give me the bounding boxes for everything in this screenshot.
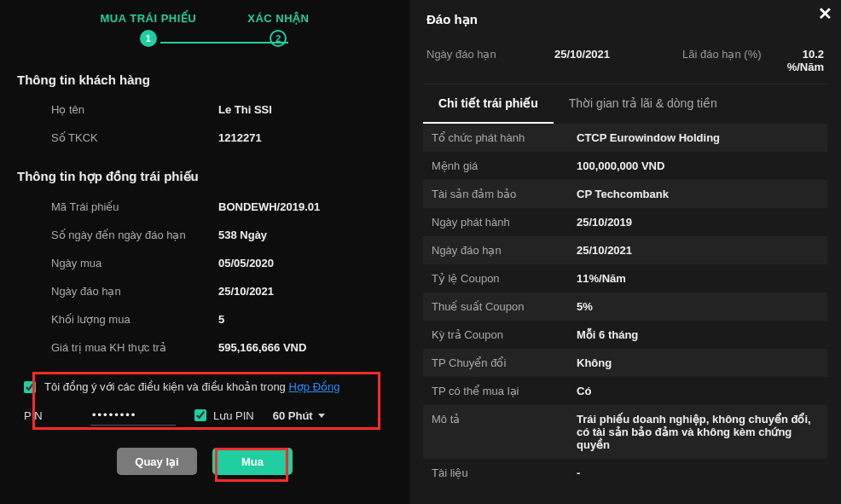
buy-button[interactable]: Mua [212,448,293,475]
tab-bond-details[interactable]: Chi tiết trái phiếu [423,84,554,124]
detail-par: Mệnh giá 100,000,000 VND [423,152,827,180]
row-buy-date: Ngày mua 05/05/2020 [17,249,392,277]
buy-date-label: Ngày mua [51,257,218,269]
detail-maturity-date-label: Ngày đáo hạn [432,244,577,257]
detail-callable-value: Có [577,385,819,397]
contract-link[interactable]: Hợp Đồng [288,380,339,393]
chevron-down-icon [318,414,325,418]
total-price-value: 595,166,666 VND [218,341,306,354]
maturity-summary-row: Ngày đáo hạn 25/10/2021 Lãi đáo hạn (%) … [423,38,827,84]
detail-collateral: Tài sản đảm bảo CP Techcombank [423,180,827,208]
days-to-maturity-value: 538 Ngày [218,229,267,241]
detail-description: Mô tả Trái phiếu doanh nghiệp, không chu… [423,405,827,459]
save-pin-checkbox[interactable] [194,409,206,421]
pin-row: PIN Lưu PIN 60 Phút [24,405,392,426]
right-pane-title: Đáo hạn [423,0,827,38]
bond-details-table: Tổ chức phát hành CTCP Eurowindow Holdin… [423,124,827,487]
detail-collateral-label: Tài sản đảm bảo [432,188,577,200]
detail-maturity-date: Ngày đáo hạn 25/10/2021 [423,236,827,264]
customer-name-value: Le Thi SSI [218,103,272,116]
agreement-row: Tôi đồng ý với các điều kiện và điều kho… [24,380,392,393]
detail-issue-date-label: Ngày phát hành [432,216,577,229]
pin-duration-value: 60 Phút [273,409,313,422]
detail-documents-value: - [577,466,819,479]
customer-name-label: Họ tên [51,103,218,116]
step-1-circle: 1 [140,30,157,47]
agreement-checkbox[interactable] [24,381,36,393]
detail-par-label: Mệnh giá [432,159,577,172]
bond-code-value: BONDEWH/2019.01 [218,200,320,213]
summary-rate-label: Lãi đáo hạn (%) [682,48,785,73]
detail-description-label: Mô tả [432,413,577,451]
buy-date-value: 05/05/2020 [218,257,274,269]
detail-issuer-value: CTCP Eurowindow Holding [577,131,819,144]
detail-callable: TP có thể mua lại Có [423,377,827,405]
detail-convertible: TP Chuyển đổi Không [423,349,827,377]
customer-account-label: Số TKCK [51,131,218,144]
detail-coupon-period: Kỳ trả Coupon Mỗi 6 tháng [423,321,827,349]
detail-documents: Tài liệu - [423,459,827,487]
row-total-price: Giá trị mua KH thực trả 595,166,666 VND [17,333,392,362]
save-pin-label: Lưu PIN [213,409,254,422]
wizard-stepper: MUA TRÁI PHIẾU 1 XÁC NHẬN 2 [17,0,392,55]
maturity-date-label: Ngày đáo hạn [51,285,218,298]
detail-collateral-value: CP Techcombank [577,188,819,200]
row-days-to-maturity: Số ngày đến ngày đáo hạn 538 Ngày [17,221,392,249]
bond-section-title: Thông tin hợp đồng trái phiếu [17,169,392,184]
back-button[interactable]: Quay lại [117,448,197,475]
detail-description-value: Trái phiếu doanh nghiệp, không chuyển đổ… [577,413,819,451]
summary-rate-value: 10.2 %/Năm [785,48,824,73]
detail-issue-date: Ngày phát hành 25/10/2019 [423,208,827,236]
detail-convertible-label: TP Chuyển đổi [432,356,577,369]
step-confirm-label: XÁC NHẬN [247,12,309,25]
detail-coupon-tax: Thuế suất Coupon 5% [423,293,827,321]
right-tabs: Chi tiết trái phiếu Thời gian trả lãi & … [423,84,827,124]
step-2-circle: 2 [270,30,287,47]
row-customer-account: Số TKCK 1212271 [17,124,392,152]
detail-coupon-rate-label: Tỷ lệ Coupon [432,272,577,285]
customer-account-value: 1212271 [218,131,262,144]
close-icon[interactable]: ✕ [818,3,832,24]
maturity-date-value: 25/10/2021 [218,285,274,298]
summary-maturity-date-value: 25/10/2021 [554,48,682,73]
detail-convertible-value: Không [577,356,819,369]
days-to-maturity-label: Số ngày đến ngày đáo hạn [51,229,218,241]
summary-maturity-date-label: Ngày đáo hạn [426,48,554,73]
agreement-label[interactable]: Tôi đồng ý với các điều kiện và điều kho… [44,380,340,393]
tab-coupon-schedule[interactable]: Thời gian trả lãi & dòng tiền [554,84,733,124]
detail-documents-label: Tài liệu [432,466,577,479]
pin-duration-dropdown[interactable]: 60 Phút [273,409,325,422]
step-buy-bond-label: MUA TRÁI PHIẾU [101,12,197,25]
row-bond-code: Mã Trái phiếu BONDEWH/2019.01 [17,193,392,221]
detail-issuer-label: Tổ chức phát hành [432,131,577,144]
detail-coupon-rate: Tỷ lệ Coupon 11%/Năm [423,264,827,293]
detail-coupon-period-label: Kỳ trả Coupon [432,328,577,341]
quantity-label: Khối lượng mua [51,313,218,326]
detail-issue-date-value: 25/10/2019 [577,216,819,229]
row-maturity-date: Ngày đáo hạn 25/10/2021 [17,277,392,305]
detail-maturity-date-value: 25/10/2021 [577,244,819,257]
pin-label: PIN [24,409,72,422]
detail-coupon-rate-value: 11%/Năm [577,272,819,285]
detail-par-value: 100,000,000 VND [577,159,819,172]
detail-coupon-tax-value: 5% [577,300,819,313]
quantity-value: 5 [218,313,224,326]
pin-input[interactable] [90,405,176,426]
customer-section-title: Thông tin khách hàng [17,72,392,87]
detail-coupon-period-value: Mỗi 6 tháng [577,328,819,341]
agreement-text-before: Tôi đồng ý với các điều kiện và điều kho… [44,380,288,393]
row-customer-name: Họ tên Le Thi SSI [17,96,392,124]
row-quantity: Khối lượng mua 5 [17,305,392,333]
total-price-label: Giá trị mua KH thực trả [51,341,218,354]
detail-callable-label: TP có thể mua lại [432,385,577,397]
bond-code-label: Mã Trái phiếu [51,200,218,213]
detail-issuer: Tổ chức phát hành CTCP Eurowindow Holdin… [423,124,827,152]
detail-coupon-tax-label: Thuế suất Coupon [432,300,577,313]
